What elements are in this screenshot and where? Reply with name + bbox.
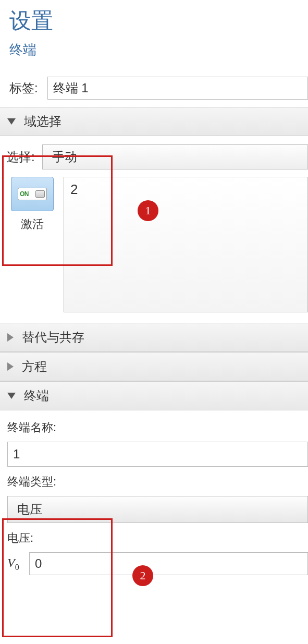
section-override[interactable]: 替代与共存 — [0, 323, 308, 352]
terminal-name-input[interactable] — [7, 442, 308, 467]
chevron-down-icon — [7, 118, 16, 125]
label-row: 标签: — [0, 74, 308, 107]
toggle-knob-icon — [35, 190, 45, 198]
section-title-equation: 方程 — [22, 358, 47, 375]
chevron-down-icon — [7, 393, 16, 399]
section-title-domain: 域选择 — [24, 113, 61, 130]
settings-title: 设置 — [9, 6, 299, 35]
selection-row: 选择: 手动 — [6, 144, 308, 169]
terminal-name-label: 终端名称: — [7, 420, 308, 435]
activate-toggle[interactable]: ON — [11, 177, 54, 211]
section-title-override: 替代与共存 — [22, 329, 84, 346]
voltage-row: V0 — [7, 552, 308, 575]
voltage-input[interactable] — [29, 552, 308, 575]
selection-dropdown[interactable]: 手动 — [42, 144, 308, 169]
label-input[interactable] — [47, 77, 308, 100]
section-equation[interactable]: 方程 — [0, 352, 308, 381]
domain-select-body: 选择: 手动 ON 激活 2 — [0, 136, 308, 323]
label-caption: 标签: — [9, 80, 38, 96]
terminal-type-label: 终端类型: — [7, 474, 308, 490]
activate-column: ON 激活 — [6, 177, 58, 312]
section-domain-select[interactable]: 域选择 — [0, 107, 308, 136]
selection-label: 选择: — [6, 149, 35, 165]
chevron-right-icon — [7, 333, 14, 342]
terminal-body: 终端名称: 终端类型: 电压 电压: V0 — [0, 410, 308, 580]
domain-list-item: 2 — [70, 181, 78, 197]
terminal-type-dropdown[interactable]: 电压 — [7, 496, 308, 523]
voltage-label: 电压: — [7, 530, 308, 546]
section-title-terminal: 终端 — [24, 387, 49, 404]
activate-label: 激活 — [21, 216, 44, 232]
toggle-track-icon: ON — [18, 188, 47, 200]
voltage-symbol: V0 — [7, 556, 23, 572]
section-terminal[interactable]: 终端 — [0, 381, 308, 410]
domain-lower: ON 激活 2 — [6, 177, 308, 312]
chevron-right-icon — [7, 362, 14, 371]
toggle-on-text: ON — [20, 190, 29, 198]
domain-list[interactable]: 2 — [64, 177, 308, 312]
settings-header: 设置 终端 — [0, 0, 308, 74]
settings-subtitle: 终端 — [9, 41, 299, 59]
